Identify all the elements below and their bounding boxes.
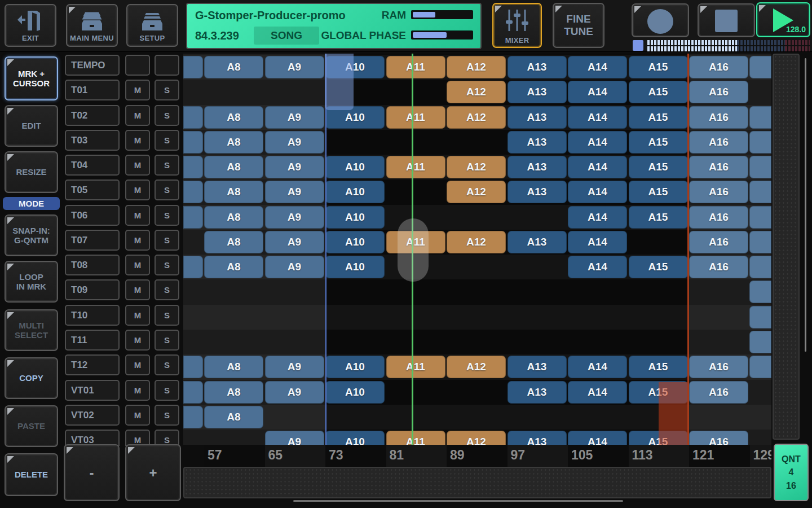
pattern-block-a11[interactable]: A11	[386, 431, 445, 445]
pattern-block-a15[interactable]: A15	[629, 156, 688, 178]
pattern-block-partial[interactable]	[183, 256, 203, 278]
pattern-block-a15[interactable]: A15	[629, 206, 688, 229]
solo-button-t01[interactable]: S	[155, 80, 179, 100]
pattern-block-a12[interactable]: A12	[447, 181, 506, 203]
pattern-block-a9[interactable]: A9	[265, 381, 324, 404]
pattern-block-a13[interactable]: A13	[508, 106, 567, 129]
pattern-block-a13[interactable]: A13	[508, 381, 567, 404]
solo-button-t09[interactable]: S	[155, 279, 179, 300]
solo-button-t02[interactable]: S	[155, 105, 179, 126]
solo-button-t04[interactable]: S	[155, 155, 179, 176]
mute-button-t10[interactable]: M	[125, 305, 150, 326]
pattern-block-a14[interactable]: A14	[568, 231, 627, 253]
pattern-block-a14[interactable]: A14	[568, 131, 627, 154]
pattern-block-a13[interactable]: A13	[508, 231, 567, 253]
pattern-block-partial[interactable]	[749, 331, 771, 353]
exit-button[interactable]: EXIT	[5, 4, 56, 47]
mute-button-vt02[interactable]: M	[125, 405, 150, 426]
pattern-block-a16[interactable]: A16	[689, 231, 748, 253]
mute-button-t07[interactable]: M	[125, 230, 150, 251]
solo-button-t06[interactable]: S	[155, 205, 179, 226]
pattern-block-a15[interactable]: A15	[629, 181, 688, 203]
pattern-block-partial[interactable]	[749, 56, 771, 78]
mixer-button[interactable]: MIXER	[492, 3, 542, 48]
sidebar-button-edit[interactable]: EDIT	[5, 105, 58, 147]
record-button[interactable]	[632, 3, 689, 37]
mute-button-t08[interactable]: M	[125, 255, 150, 275]
pattern-block-a10[interactable]: A10	[325, 431, 385, 445]
play-button[interactable]: 128.0	[756, 2, 810, 37]
track-label-t01[interactable]: T01	[65, 80, 120, 100]
pattern-block-a8[interactable]: A8	[204, 231, 263, 253]
pattern-block-partial[interactable]	[749, 306, 771, 329]
solo-button-tempo[interactable]	[155, 55, 179, 76]
pattern-block-partial[interactable]	[183, 381, 203, 404]
pattern-block-a10[interactable]: A10	[325, 181, 385, 203]
pattern-block-a16[interactable]: A16	[689, 156, 748, 178]
vertical-zoom-scrollbar[interactable]	[773, 54, 800, 440]
pattern-block-a15[interactable]: A15	[629, 356, 688, 378]
pattern-block-a16[interactable]: A16	[689, 256, 748, 278]
pattern-block-a8[interactable]: A8	[204, 356, 263, 378]
solo-button-t05[interactable]: S	[155, 179, 179, 200]
pattern-block-a9[interactable]: A9	[265, 56, 324, 78]
pattern-block-partial[interactable]	[183, 156, 203, 178]
sidebar-button-snap-in-g-qntm[interactable]: SNAP-IN: G-QNTM	[5, 214, 58, 256]
pattern-block-partial[interactable]	[749, 181, 771, 203]
main-menu-button[interactable]: MAIN MENU	[66, 4, 118, 47]
pattern-block-a14[interactable]: A14	[568, 156, 627, 178]
pattern-block-a8[interactable]: A8	[204, 156, 263, 178]
pattern-block-a9[interactable]: A9	[265, 106, 324, 129]
sidebar-button-multi-select[interactable]: MULTI SELECT	[5, 309, 58, 351]
pattern-block-a9[interactable]: A9	[265, 431, 324, 445]
song-position-meter[interactable]	[633, 40, 811, 51]
pattern-block-a9[interactable]: A9	[265, 131, 324, 154]
stop-button[interactable]	[698, 3, 755, 37]
track-label-vt03[interactable]: VT03	[65, 430, 120, 446]
pattern-block-a14[interactable]: A14	[568, 181, 627, 203]
pattern-block-partial[interactable]	[749, 131, 771, 154]
pattern-block-a10[interactable]: A10	[325, 156, 385, 178]
pattern-block-a14[interactable]: A14	[568, 81, 627, 103]
pattern-block-partial[interactable]	[749, 231, 771, 253]
mute-button-vt01[interactable]: M	[125, 380, 150, 401]
pattern-block-a9[interactable]: A9	[265, 206, 324, 229]
pattern-block-a10[interactable]: A10	[325, 231, 385, 253]
pattern-block-partial[interactable]	[183, 56, 203, 78]
pattern-block-a8[interactable]: A8	[204, 206, 263, 229]
pattern-block-a8[interactable]: A8	[204, 181, 263, 203]
pattern-block-a13[interactable]: A13	[508, 356, 567, 378]
quantize-button[interactable]: QNT 4 16	[774, 444, 809, 501]
pattern-block-partial[interactable]	[183, 356, 203, 378]
pattern-block-a13[interactable]: A13	[508, 181, 567, 203]
track-label-t09[interactable]: T09	[65, 279, 120, 300]
pattern-block-a10[interactable]: A10	[325, 356, 385, 378]
solo-button-vt01[interactable]: S	[155, 380, 179, 401]
pattern-block-a11[interactable]: A11	[386, 106, 445, 129]
track-label-t04[interactable]: T04	[65, 155, 120, 176]
solo-button-t07[interactable]: S	[155, 230, 179, 251]
pattern-block-partial[interactable]	[749, 106, 771, 129]
pattern-block-a13[interactable]: A13	[508, 156, 567, 178]
pattern-block-a8[interactable]: A8	[204, 406, 263, 428]
pattern-block-partial[interactable]	[183, 206, 203, 229]
track-label-t08[interactable]: T08	[65, 255, 120, 275]
pattern-block-a9[interactable]: A9	[265, 256, 324, 278]
mute-button-t12[interactable]: M	[125, 354, 150, 375]
pattern-block-partial[interactable]	[749, 281, 771, 303]
fine-tune-button[interactable]: FINE TUNE	[553, 3, 604, 48]
mute-button-t01[interactable]: M	[125, 80, 150, 100]
pattern-block-a12[interactable]: A12	[447, 106, 506, 129]
pattern-block-a14[interactable]: A14	[568, 381, 627, 404]
track-label-t03[interactable]: T03	[65, 130, 120, 151]
pattern-block-a14[interactable]: A14	[568, 206, 627, 229]
track-label-t02[interactable]: T02	[65, 105, 120, 126]
pattern-block-a10[interactable]: A10	[325, 206, 385, 229]
pattern-block-a15[interactable]: A15	[629, 256, 688, 278]
pattern-block-a15[interactable]: A15	[629, 56, 688, 78]
song-arranger-grid[interactable]: A8A9A10A11A12A13A14A15A16A12A13A14A15A16…	[183, 54, 771, 445]
pattern-block-partial[interactable]	[183, 131, 203, 154]
pattern-block-a8[interactable]: A8	[204, 256, 263, 278]
horizontal-zoom-scrollbar[interactable]	[183, 467, 771, 498]
pattern-block-a12[interactable]: A12	[447, 56, 506, 78]
